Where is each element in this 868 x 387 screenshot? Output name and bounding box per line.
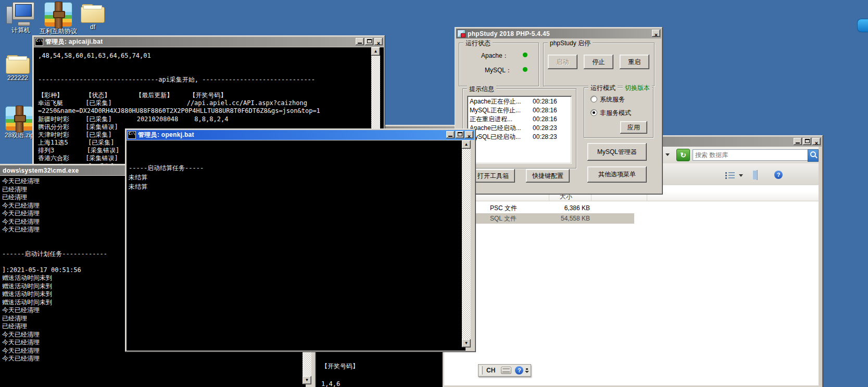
search-button[interactable] (808, 149, 819, 162)
group-label: 运行模式 (588, 84, 618, 93)
maximize-button[interactable] (803, 138, 811, 145)
view-dropdown-icon[interactable] (739, 174, 743, 177)
console-line: 未结算 (129, 182, 204, 191)
message-time: 00:28:23 (533, 133, 557, 141)
openkj-scrollbar[interactable]: ▲ ▼ (462, 140, 471, 347)
cmd-title: dows\system32\cmd.exe (3, 167, 79, 174)
console-line: 今天已经清理 (2, 331, 107, 339)
help-icon[interactable]: ? (774, 171, 783, 179)
explorer-content: 类型 大小 PSC 文件 6,386 KB SQL 文件 54,558 KB (444, 185, 819, 385)
scroll-down-button[interactable]: ▼ (462, 339, 471, 347)
file-size: 54,558 KB (548, 213, 590, 224)
message-item[interactable]: 正在重启进程...00:28:16 (467, 115, 572, 124)
refresh-go-button[interactable]: ↻ (676, 149, 690, 161)
console-line: 【彩种】 【状态】 【最后更新】 【开奖号码】 (38, 92, 320, 99)
console-line: --------------------------------api采集开始,… (38, 76, 320, 84)
minimize-button[interactable] (794, 138, 802, 145)
minimize-button[interactable] (446, 131, 455, 138)
apache-status-dot (523, 53, 527, 57)
langbar-options-icon[interactable] (525, 368, 529, 373)
console-line: 今天已经清理 (2, 210, 107, 218)
message-item[interactable]: Apache已经启动...00:28:23 (467, 124, 572, 133)
openkj-titlebar[interactable]: 管理员: openkj.bat × (127, 130, 474, 140)
close-button[interactable]: × (652, 30, 660, 37)
search-icon (810, 151, 816, 157)
file-type: PSC 文件 (490, 203, 517, 213)
langbar-grip[interactable] (480, 366, 483, 375)
message-item[interactable]: MySQL已经启动...00:28:23 (467, 133, 572, 141)
cmd-icon (128, 131, 136, 139)
table-row[interactable]: PSC 文件 6,386 KB (444, 203, 819, 213)
message-text: Apache已经启动... (470, 124, 530, 133)
start-button[interactable]: 启动 (548, 55, 577, 69)
hotkey-config-button[interactable]: 快捷键配置 (526, 169, 570, 183)
run-status-group: 运行状态 Apache： MySQL： (459, 43, 539, 86)
console-line: ]:2021-05-17 00:51:56 (2, 266, 107, 275)
close-button[interactable]: × (374, 38, 383, 45)
radio-system-service[interactable] (590, 96, 597, 102)
desktop-icon-df[interactable]: df (74, 4, 111, 31)
restart-button[interactable]: 重启 (620, 55, 649, 69)
open-toolbox-button[interactable]: 打开工具箱 (471, 169, 515, 183)
console-line (129, 154, 204, 163)
close-button[interactable]: × (465, 131, 473, 138)
group-label: phpStudy 启停 (548, 39, 593, 48)
console-line: ------启动计划任务------------ (2, 250, 107, 259)
console-line: 未结算 (129, 173, 204, 182)
minimize-button[interactable] (356, 38, 364, 45)
icon-label: 互利互助协议 (38, 28, 79, 35)
console-line (38, 60, 320, 68)
maximize-button[interactable] (456, 131, 464, 138)
apply-button[interactable]: 应用 (620, 121, 647, 134)
message-time: 00:28:16 (533, 106, 557, 115)
radio-non-service[interactable] (590, 109, 597, 116)
folder-icon (6, 55, 30, 74)
maximize-button[interactable] (365, 38, 373, 45)
radio-label: 非服务模式 (600, 109, 631, 118)
message-text: Apache正在停止... (470, 97, 530, 106)
scroll-up-button[interactable]: ▲ (371, 47, 380, 56)
desktop-icon-archive-agreement[interactable]: 互利互助协议 (38, 2, 79, 35)
openkj-title: 管理员: openkj.bat (138, 131, 194, 139)
run-mode-group: 运行模式 切换版本 系统服务 非服务模式 应用 (584, 87, 653, 138)
console-line: 今天已经清理 (2, 202, 107, 210)
scroll-down-button[interactable]: ▼ (303, 376, 311, 384)
desktop: { "desktop": { "icons": [ {"label": "计算机… (0, 0, 868, 387)
scroll-up-button[interactable]: ▲ (462, 140, 471, 149)
message-item[interactable]: Apache正在停止...00:28:16 (467, 97, 572, 106)
stop-button[interactable]: 停止 (584, 55, 613, 69)
address-dropdown-icon[interactable] (665, 153, 670, 156)
apicaiji-titlebar[interactable]: 管理员: apicaiji.bat × (34, 37, 384, 47)
file-type: SQL 文件 (490, 213, 517, 224)
file-size: 6,386 KB (548, 203, 590, 213)
floating-widget[interactable] (857, 19, 868, 32)
console-line (2, 258, 107, 266)
phpstudy-titlebar[interactable]: phpStudy 2018 PHP-5.4.45 × (456, 29, 661, 38)
console-line: 今天已经清理 (2, 226, 107, 234)
group-label: 运行状态 (463, 39, 493, 48)
icon-label: 计算机 (1, 27, 41, 34)
console-line (2, 234, 107, 242)
icon-label: df (74, 24, 111, 31)
mysql-label: MySQL： (485, 66, 512, 75)
other-options-button[interactable]: 其他选项菜单 (587, 166, 647, 183)
messages-listbox[interactable]: Apache正在停止...00:28:16MySQL正在停止...00:28:1… (467, 96, 572, 164)
mysql-manager-button[interactable]: MySQL管理器 (587, 143, 647, 161)
switch-version-link[interactable]: 切换版本 (623, 84, 652, 93)
close-button[interactable]: × (812, 138, 821, 145)
column-header-blank[interactable] (647, 192, 819, 201)
preview-pane-icon[interactable] (757, 170, 758, 180)
mysql-status-dot (523, 67, 527, 72)
apache-label: Apache： (481, 51, 509, 60)
phpstudy-icon (457, 30, 466, 37)
language-bar: CH ? (478, 364, 531, 377)
console-line: 今天已经清理 (2, 355, 107, 363)
message-time: 00:28:16 (533, 97, 557, 106)
desktop-icon-computer[interactable]: 计算机 (1, 2, 41, 34)
search-input[interactable] (693, 149, 808, 161)
ime-help-button[interactable]: ? (515, 366, 523, 375)
console-line: 今天已经清理 (2, 339, 107, 347)
language-button[interactable]: CH (484, 366, 497, 375)
keyboard-button[interactable] (499, 366, 513, 375)
message-item[interactable]: MySQL正在停止...00:28:16 (467, 106, 572, 115)
